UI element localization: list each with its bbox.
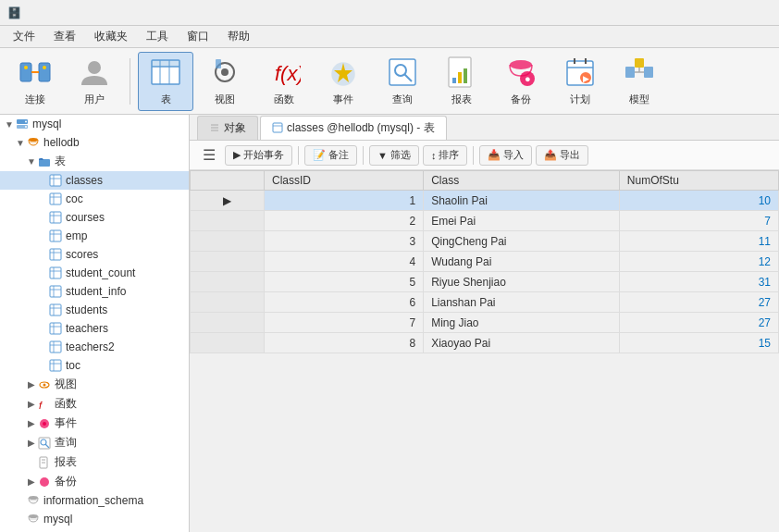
note-label: 备注 [328,148,349,162]
tree-arrow[interactable]: ▶ [26,418,37,428]
sidebar-item-report-folder[interactable]: 报表 [0,452,189,472]
sort-button[interactable]: ↕ 排序 [423,145,468,166]
filter-button[interactable]: ▼ 筛选 [369,145,419,166]
sort-icon: ↕ [431,150,437,161]
sidebar-item-hellodb[interactable]: ▼hellodb [0,133,189,152]
sidebar-item-view-folder[interactable]: ▶视图 [0,375,189,394]
table-icon [48,358,63,373]
svg-point-40 [25,121,27,123]
sidebar-item-info-schema[interactable]: information_schema [0,491,189,510]
sidebar-item-toc[interactable]: toc [0,356,189,375]
sidebar-item-perf-schema[interactable]: performance_schema [0,528,189,532]
cell-classid: 4 [265,252,424,272]
sidebar-item-event-folder[interactable]: ▶事件 [0,414,189,433]
sidebar-item-coc[interactable]: coc [0,190,189,208]
toolbar-btn-查询[interactable]: 查询 [375,52,430,111]
svg-rect-72 [50,341,61,353]
sidebar-item-student_info[interactable]: student_info [0,282,189,301]
sidebar-item-mysql-root[interactable]: ▼mysql [0,115,189,133]
column-header-classid[interactable]: ClassID [265,171,424,191]
tree-label: 报表 [55,454,77,470]
sidebar-item-courses[interactable]: courses [0,208,189,227]
table-row[interactable]: 3QingCheng Pai11 [191,231,779,252]
tree-arrow[interactable]: ▶ [26,399,37,409]
sidebar-item-teachers[interactable]: teachers [0,319,189,338]
export-button[interactable]: 📤 导出 [536,145,588,166]
tree-label: hellodb [43,136,80,149]
toolbar-btn-label: 表 [161,93,171,106]
table-row[interactable]: ▶1Shaolin Pai10 [191,191,779,211]
table-row[interactable]: 2Emei Pai7 [191,211,779,231]
tree-label: 事件 [55,415,77,431]
sidebar-item-teachers2[interactable]: teachers2 [0,338,189,356]
cell-class: Riyue Shenjiao [424,272,620,292]
sidebar-item-mysql-db[interactable]: mysql [0,510,189,528]
menu-item-查看[interactable]: 查看 [44,27,85,46]
toolbar-btn-备份[interactable]: ●备份 [493,52,549,111]
app-icon: 🗄️ [7,6,21,19]
table-icon [48,266,63,280]
folder-icon [37,155,52,169]
tree-label: information_schema [43,494,143,507]
sidebar-item-classes[interactable]: classes [0,171,189,190]
tree-arrow[interactable]: ▼ [15,138,26,148]
toolbar-btn-计划[interactable]: ▶计划 [552,52,608,111]
table-row[interactable]: 7Ming Jiao27 [191,313,779,333]
tab-classes @hellodb (mysql) - 表[interactable]: classes @hellodb (mysql) - 表 [260,116,447,140]
menu-item-收藏夹[interactable]: 收藏夹 [85,27,137,46]
db-gray-icon [26,512,41,526]
menu-button[interactable]: ☰ [197,144,221,166]
main-layout: ▼mysql▼hellodb▼表classescoccoursesempscor… [0,115,779,532]
event-folder-icon [37,416,52,431]
toolbar-btn-连接[interactable]: 连接 [7,52,63,111]
table-row[interactable]: 4Wudang Pai12 [191,252,779,272]
toolbar-btn-label: 事件 [333,93,353,106]
tree-arrow[interactable]: ▶ [26,476,37,487]
menu-item-工具[interactable]: 工具 [137,27,178,46]
column-header-class[interactable]: Class [424,171,620,191]
menu-item-文件[interactable]: 文件 [4,27,44,46]
column-header-numofstu[interactable]: NumOfStu [619,171,778,191]
toolbar-btn-函数[interactable]: f(x)函数 [256,52,312,111]
sidebar-item-backup-folder[interactable]: ▶备份 [0,472,189,491]
toolbar-btn-label: 报表 [451,93,472,106]
svg-rect-21 [452,78,456,83]
toolbar-btn-表[interactable]: 表 [138,52,193,111]
tree-arrow[interactable]: ▶ [26,438,37,448]
sidebar-item-students[interactable]: students [0,301,189,319]
menu-item-帮助[interactable]: 帮助 [218,27,259,46]
table-row[interactable]: 5Riyue Shenjiao31 [191,272,779,292]
table-row[interactable]: 6Lianshan Pai27 [191,292,779,313]
toolbar-btn-视图[interactable]: 视图 [197,52,253,111]
tree-label: student_count [66,266,135,279]
menu-item-窗口[interactable]: 窗口 [178,27,218,46]
table-row[interactable]: 8Xiaoyao Pai15 [191,333,779,353]
table-icon [48,303,63,317]
svg-point-89 [40,477,49,487]
svg-text:▶: ▶ [583,74,589,83]
toolbar-btn-模型[interactable]: 模型 [612,52,667,111]
svg-rect-45 [50,175,61,186]
cell-numofstu: 27 [619,313,778,333]
tree-arrow[interactable]: ▼ [4,119,15,130]
toolbar-btn-事件[interactable]: 事件 [315,52,371,111]
toolbar-btn-用户[interactable]: 用户 [67,52,122,111]
cell-numofstu: 31 [619,272,778,292]
begin-transaction-button[interactable]: ▶ 开始事务 [225,145,292,166]
tab-对象[interactable]: 对象 [197,116,258,140]
sidebar-item-table-folder[interactable]: ▼表 [0,152,189,171]
sidebar-item-scores[interactable]: scores [0,245,189,264]
toolbar-btn-报表[interactable]: 报表 [434,52,489,111]
sidebar-item-query-folder[interactable]: ▶查询 [0,433,189,452]
cell-class: QingCheng Pai [424,231,620,252]
sidebar-item-emp[interactable]: emp [0,227,189,245]
tree-arrow[interactable]: ▼ [26,156,37,167]
note-button[interactable]: 📝 备注 [304,145,357,166]
import-button[interactable]: 📥 导入 [479,145,532,166]
svg-text:●: ● [525,73,531,84]
tree-label: toc [66,359,80,372]
tree-arrow[interactable]: ▶ [26,379,37,390]
sidebar-item-student_count[interactable]: student_count [0,264,189,282]
sidebar-item-func-folder[interactable]: ▶f函数 [0,394,189,414]
export-label: 导出 [560,148,580,162]
